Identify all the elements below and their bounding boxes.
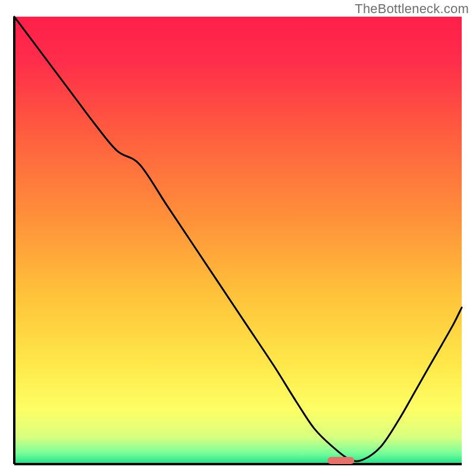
- plot-area: [14, 17, 462, 464]
- chart-svg: [0, 0, 476, 476]
- chart-container: TheBottleneck.com: [0, 0, 476, 476]
- valley-marker: [327, 457, 354, 464]
